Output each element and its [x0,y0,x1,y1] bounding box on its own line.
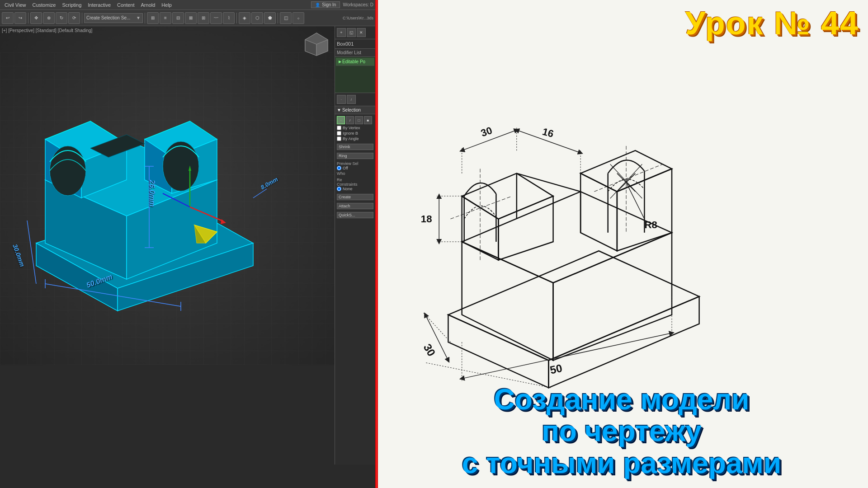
selection-header[interactable]: ▼ Selection [335,106,375,114]
selection-section: ▼ Selection · / □ ■ By Vertex Ignore B [335,106,375,221]
toolbar: ↩ ↪ ✥ ⊕ ↻ ⟳ Create Selection Se... ▼ ⊞ ≡… [0,10,375,26]
quickslice-btn[interactable]: QuickS... [337,212,373,218]
none-row: None [337,187,373,191]
viewport-3d[interactable]: [+] [Perspective] [Standard] [Default Sh… [0,26,335,365]
sel-border-btn[interactable]: □ [355,116,363,124]
sel-mode-row: · / □ ■ [337,116,373,124]
modifier-editable-poly[interactable]: ▶ Editable Po [336,58,374,66]
align3-btn[interactable]: ⊠ [185,12,197,24]
ignore-label: Ignore B [343,131,358,136]
overlay-line1: Создание модели [418,384,825,415]
svg-point-17 [50,146,86,196]
menu-content[interactable]: Content [114,1,137,9]
sign-in-btn[interactable]: Sign In [322,2,336,7]
off-radio[interactable] [337,166,341,170]
3d-model-svg [0,26,307,315]
svg-rect-37 [380,41,863,438]
panel-header: + ◱ ✕ [335,26,375,39]
selection-dropdown[interactable]: Create Selection Se... ▼ [84,13,143,23]
menu-help[interactable]: Help [159,1,175,9]
select-btn[interactable]: ✥ [30,12,42,24]
preview-sel-label: Preview Sel [337,161,373,166]
move-btn[interactable]: ⊕ [43,12,55,24]
dim-26mm: 26.0mm [148,180,156,207]
by-vertex-row: By Vertex [337,126,373,130]
menu-scripting[interactable]: Scripting [59,1,84,9]
render-btn[interactable]: ⬡ [251,12,263,24]
ring-btn[interactable]: Ring [337,153,373,159]
svg-line-34 [253,189,267,198]
right-panel: + ◱ ✕ Box001 Modifier List ▶ Editable Po… [335,26,375,465]
ignore-check[interactable] [337,131,341,136]
by-angle-label: By Angle [343,136,359,141]
by-vertex-check[interactable] [337,126,341,130]
text-overlay: Создание модели по чертежу с точными раз… [418,384,825,479]
modifier-stack: ▶ Editable Po [335,57,375,93]
snap-btn[interactable]: 〰 [210,12,222,24]
grid-btn[interactable]: ⊞ [198,12,209,24]
menu-interactive[interactable]: Interactive [85,1,113,9]
technical-drawing: 30 16 18 R8 50 30 [380,41,863,438]
curve-btn[interactable]: ⌇ [223,12,235,24]
off-row: Off [337,166,373,170]
by-angle-row: By Angle [337,136,373,141]
lesson-title: Урок № 44 [685,5,859,42]
svg-text:R8: R8 [644,219,657,230]
overlay-line3: с точными размерами [418,447,825,479]
menu-customize[interactable]: Customize [29,1,58,9]
panel-icons-row: · / [335,93,375,106]
menu-civil-view[interactable]: Civil View [2,1,28,9]
who-label: Who [337,171,373,176]
sel-edge-btn[interactable]: / [346,116,354,124]
scale-btn[interactable]: ⟳ [68,12,80,24]
material-btn[interactable]: ◈ [239,12,250,24]
edge-mode-btn[interactable]: / [347,95,356,104]
drawing-area: Урок № 44 [375,0,868,488]
shrink-btn[interactable]: Shrink [337,144,373,150]
redo-btn[interactable]: ↪ [14,12,26,24]
vertex-mode-btn[interactable]: · [337,95,346,104]
rotate-btn[interactable]: ↻ [56,12,67,24]
menu-arnold[interactable]: Arnold [138,1,158,9]
create-btn[interactable]: Create [337,194,373,200]
light-btn[interactable]: ⬟ [264,12,276,24]
none-label: None [343,187,353,191]
panel-add-btn[interactable]: + [337,28,346,37]
modifier-list-label: Modifier List [335,49,375,57]
viewport-area: Civil View Customize Scripting Interacti… [0,0,375,488]
menu-bar: Civil View Customize Scripting Interacti… [0,0,375,10]
svg-marker-21 [221,219,226,224]
overlay-line2: по чертежу [418,415,825,447]
panel-wire-btn[interactable]: ◱ [347,28,356,37]
off-label: Off [343,166,348,170]
svg-text:50: 50 [549,362,563,376]
svg-point-18 [163,141,199,191]
constraints-label: Constraints [337,182,373,187]
svg-line-33 [27,221,36,284]
object-name: Box001 [335,39,375,49]
none-radio[interactable] [337,187,341,191]
align-btn[interactable]: ≡ [160,12,171,24]
rel-label: Re [337,178,373,182]
layer-btn[interactable]: ◫ [280,12,292,24]
sel-vertex-btn[interactable]: · [337,116,345,124]
by-angle-check[interactable] [337,136,341,141]
svg-text:18: 18 [421,213,432,225]
panel-close-btn[interactable]: ✕ [357,28,366,37]
align2-btn[interactable]: ⊟ [172,12,184,24]
by-vertex-label: By Vertex [343,126,360,130]
selection-content: · / □ ■ By Vertex Ignore B By Angle [335,114,375,221]
file-path: C:\Users\Kr...3ds [343,16,373,20]
undo-btn[interactable]: ↩ [2,12,14,24]
red-divider [375,0,378,488]
workspaces-label: Workspaces: D [343,2,373,7]
mirror-btn[interactable]: ⊞ [147,12,159,24]
ribbon-btn[interactable]: ⬦ [292,12,304,24]
attach-btn[interactable]: Attach [337,203,373,209]
ignore-row: Ignore B [337,131,373,136]
sel-poly-btn[interactable]: ■ [364,116,372,124]
